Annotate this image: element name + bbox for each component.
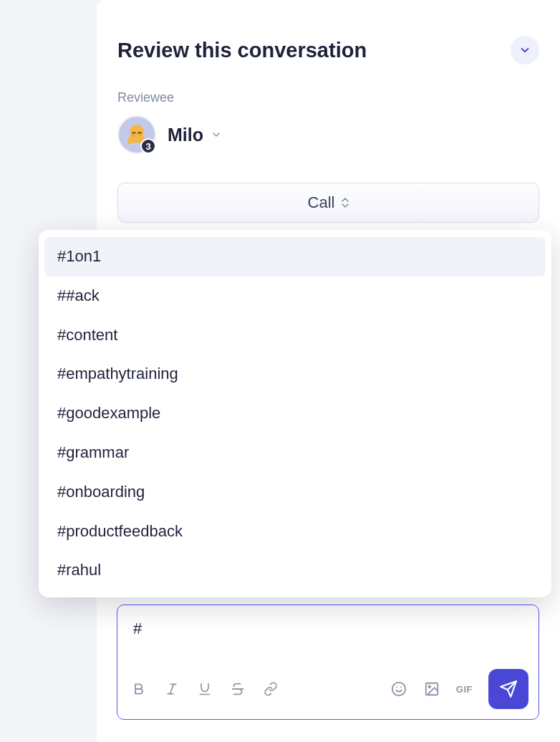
reviewee-name: Milo — [168, 125, 203, 145]
dropdown-item[interactable]: #grammar — [44, 433, 546, 473]
bold-button[interactable] — [130, 680, 148, 698]
svg-line-6 — [170, 684, 174, 693]
strikethrough-button[interactable] — [229, 680, 246, 698]
collapse-button[interactable] — [511, 36, 539, 64]
dropdown-item[interactable]: #goodexample — [44, 394, 546, 433]
composer-input[interactable]: # — [117, 605, 539, 662]
link-button[interactable] — [262, 680, 279, 698]
image-button[interactable] — [423, 680, 440, 698]
reviewee-name-toggle[interactable]: Milo — [168, 125, 222, 145]
dropdown-item[interactable]: #content — [44, 316, 546, 355]
svg-point-9 — [392, 683, 405, 695]
panel-title: Review this conversation — [117, 39, 367, 62]
panel-header: Review this conversation — [117, 36, 539, 64]
svg-point-1 — [130, 125, 144, 139]
dropdown-item[interactable]: #onboarding — [44, 473, 546, 512]
link-icon — [264, 682, 278, 696]
gif-button[interactable]: GIF — [456, 680, 473, 698]
reviewee-label: Reviewee — [117, 90, 539, 105]
italic-icon — [165, 682, 179, 696]
formatting-group — [130, 680, 279, 698]
emoji-icon — [391, 681, 407, 697]
dropdown-item[interactable]: ##ack — [44, 276, 546, 316]
dropdown-item[interactable]: #rahul — [44, 551, 546, 590]
send-button[interactable] — [488, 669, 528, 709]
composer-toolbar: GIF — [117, 662, 539, 719]
insert-group: GIF — [390, 669, 528, 709]
reviewee-selector[interactable]: 3 Milo — [117, 115, 539, 154]
image-icon — [424, 681, 440, 697]
chevron-down-icon — [518, 44, 531, 57]
underline-button[interactable] — [196, 680, 213, 698]
svg-point-2 — [132, 135, 135, 136]
composer: # GIF — [117, 604, 539, 720]
dropdown-item[interactable]: #productfeedback — [44, 512, 546, 551]
bold-icon — [132, 682, 146, 696]
hashtag-dropdown: #1on1##ack#content#empathytraining#goode… — [39, 230, 551, 597]
svg-point-13 — [428, 685, 430, 688]
avatar-badge: 3 — [140, 138, 156, 154]
conversation-type-select[interactable]: Call — [117, 183, 539, 223]
italic-button[interactable] — [163, 680, 180, 698]
dropdown-item[interactable]: #1on1 — [44, 237, 546, 276]
svg-point-3 — [139, 135, 142, 136]
dropdown-item[interactable]: #empathytraining — [44, 355, 546, 394]
sort-icon — [342, 198, 349, 208]
send-icon — [499, 680, 518, 698]
type-select-label: Call — [308, 193, 335, 212]
underline-icon — [198, 682, 212, 696]
avatar: 3 — [117, 115, 156, 154]
emoji-button[interactable] — [390, 680, 407, 698]
chevron-down-icon — [211, 129, 222, 140]
strikethrough-icon — [230, 681, 246, 697]
